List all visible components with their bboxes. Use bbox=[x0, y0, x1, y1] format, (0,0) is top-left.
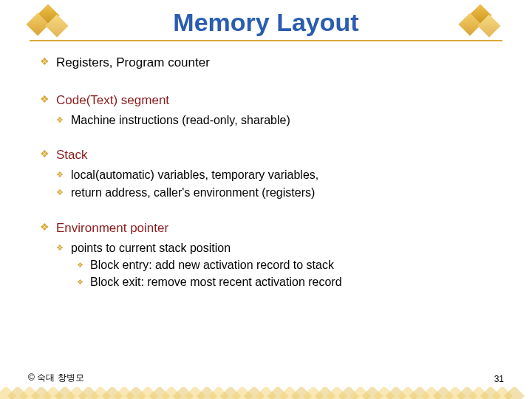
page-number: 31 bbox=[494, 374, 504, 384]
title-underline bbox=[30, 40, 502, 41]
slide-title: Memory Layout bbox=[70, 8, 462, 37]
footer: © 숙대 창병모 31 bbox=[0, 369, 532, 399]
bullet-registers: Registers, Program counter bbox=[37, 55, 495, 72]
bullet-code-segment-sub: Machine instructions (read-only, sharabl… bbox=[37, 112, 495, 129]
slide: Memory Layout Registers, Program counter… bbox=[0, 0, 532, 399]
bullet-code-segment: Code(Text) segment bbox=[37, 92, 495, 109]
bullet-stack-sub1: local(automatic) variables, temporary va… bbox=[37, 167, 495, 183]
title-row: Memory Layout bbox=[30, 7, 502, 37]
diamond-band-icon bbox=[0, 387, 532, 399]
bullet-stack: Stack bbox=[37, 147, 495, 164]
bullet-block-exit: Block exit: remove most recent activatio… bbox=[37, 274, 495, 290]
bullet-block-entry: Block entry: add new activation record t… bbox=[37, 257, 495, 273]
bullet-stack-sub2: return address, caller's environment (re… bbox=[37, 185, 495, 201]
cube-decoration-left-icon bbox=[30, 7, 70, 37]
copyright-text: © 숙대 창병모 bbox=[28, 372, 84, 384]
cube-decoration-right-icon bbox=[462, 7, 502, 37]
bullet-env-pointer-sub: points to current stack position bbox=[37, 240, 495, 256]
bullet-env-pointer: Environment pointer bbox=[37, 220, 495, 237]
